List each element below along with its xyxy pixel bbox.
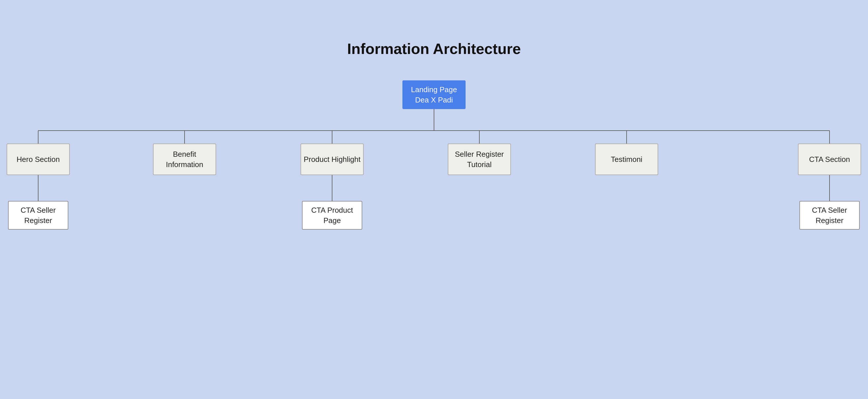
root-node: Landing PageDea X Padi — [402, 81, 466, 109]
root-label: Landing PageDea X Padi — [411, 84, 457, 105]
node-product-label: Product Highlight — [304, 154, 361, 164]
node-cta-product: CTA Product Page — [302, 201, 362, 229]
node-product-highlight: Product Highlight — [301, 144, 364, 175]
node-testimoni: Testimoni — [595, 144, 658, 175]
page-title: Information Architecture — [0, 0, 868, 57]
node-cta-seller-2: CTA SellerRegister — [799, 201, 860, 229]
node-cta-seller-1-label: CTA SellerRegister — [21, 205, 56, 226]
node-cta-label: CTA Section — [809, 154, 850, 164]
node-cta-seller-1: CTA SellerRegister — [8, 201, 68, 229]
node-cta-seller-2-label: CTA SellerRegister — [812, 205, 847, 226]
node-benefit-information: BenefitInformation — [153, 144, 216, 175]
node-hero-label: Hero Section — [17, 154, 60, 164]
diagram-container: Landing PageDea X Padi Hero Section Bene… — [0, 81, 868, 339]
node-cta-section: CTA Section — [798, 144, 861, 175]
node-cta-product-label: CTA Product Page — [303, 205, 362, 226]
node-seller-register: Seller RegisterTutorial — [448, 144, 511, 175]
node-hero-section: Hero Section — [7, 144, 70, 175]
node-seller-label: Seller RegisterTutorial — [455, 149, 504, 170]
node-testimoni-label: Testimoni — [611, 154, 642, 164]
connector-lines — [0, 81, 868, 339]
node-benefit-label: BenefitInformation — [166, 149, 203, 170]
